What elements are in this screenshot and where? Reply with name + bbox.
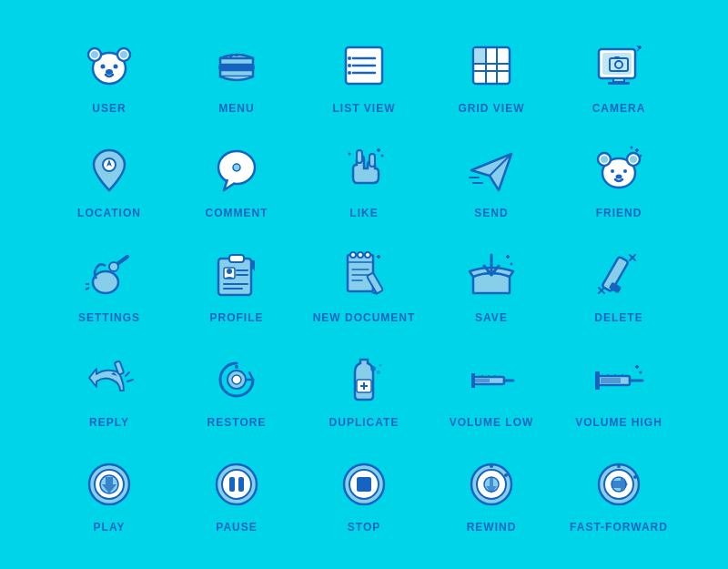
location-label: LOCATION [77,207,141,219]
profile-icon [207,245,267,304]
svg-point-64 [109,262,118,271]
friend-label: FRIEND [596,207,642,219]
comment-icon-item[interactable]: COMMENT [173,127,300,232]
user-label: USER [92,102,126,115]
svg-point-55 [611,169,614,173]
svg-line-97 [127,380,133,381]
svg-point-89 [511,262,513,265]
svg-point-147 [633,475,637,479]
duplicate-icon-item[interactable]: DUPLICATE [300,337,428,442]
svg-point-57 [616,174,622,178]
svg-point-105 [370,366,376,371]
restore-icon [207,350,267,409]
svg-point-61 [631,146,633,148]
svg-point-52 [601,156,608,163]
svg-point-143 [504,473,508,477]
svg-point-13 [235,55,238,56]
settings-icon [80,245,139,304]
svg-point-7 [106,69,113,75]
rewind-icon-item[interactable]: REWIND [428,442,555,546]
svg-point-133 [222,470,251,499]
menu-label: MENU [218,102,254,115]
svg-point-78 [358,252,363,258]
svg-point-2 [91,51,98,58]
restore-label: RESTORE [207,416,267,429]
friend-icon-item[interactable]: FRIEND [555,127,682,232]
svg-point-18 [348,56,351,60]
volume-high-icon [590,350,649,409]
svg-point-107 [379,363,382,366]
volume-high-label: VOLUME HIGH [575,416,662,429]
settings-icon-item[interactable]: SETTINGS [46,232,173,337]
svg-rect-138 [357,477,371,492]
duplicate-label: DUPLICATE [329,416,399,429]
svg-rect-134 [229,477,235,492]
delete-icon-item[interactable]: DELETE [555,232,682,337]
svg-point-40 [233,164,240,171]
like-icon-item[interactable]: LIKE [300,127,428,232]
play-icon-item[interactable]: PLAY [46,442,173,546]
svg-line-96 [126,372,129,376]
volume-low-icon-item[interactable]: VOLUME LOW [428,337,555,442]
icon-grid: USER MENU [36,14,692,555]
reply-icon [80,350,139,409]
new-document-icon-item[interactable]: NEW DOCUMENT [300,232,428,337]
new-document-icon [335,245,394,304]
pause-icon-item[interactable]: PAUSE [173,442,300,546]
stop-label: STOP [348,521,380,533]
menu-icon-item[interactable]: MENU [173,23,300,127]
restore-icon-item[interactable]: RESTORE [173,337,300,442]
send-icon [462,140,521,199]
svg-point-4 [120,51,127,58]
fast-forward-icon-item[interactable]: FAST-FORWARD [555,442,682,546]
play-icon [80,454,139,513]
svg-point-6 [114,64,118,68]
send-icon-item[interactable]: SEND [428,127,555,232]
svg-point-60 [640,154,642,157]
volume-low-icon [462,350,521,409]
svg-rect-111 [475,379,490,382]
grid-view-icon-item[interactable]: GRID VIEW [428,23,555,127]
save-icon-item[interactable]: SAVE [428,232,555,337]
list-view-icon-item[interactable]: LIST VIEW [300,23,428,127]
svg-rect-118 [595,372,600,389]
volume-high-icon-item[interactable]: VOLUME HIGH [555,337,682,442]
profile-icon-item[interactable]: PROFILE [173,232,300,337]
svg-point-5 [101,64,106,68]
grid-view-label: GRID VIEW [458,102,524,115]
stop-icon-item[interactable]: STOP [300,442,428,546]
camera-icon [590,36,649,95]
svg-point-45 [381,154,384,157]
svg-point-46 [349,152,351,155]
grid-view-icon [462,36,521,95]
rewind-label: REWIND [467,521,517,533]
svg-rect-10 [220,70,253,76]
location-icon-item[interactable]: LOCATION [46,127,173,232]
rewind-icon [462,454,521,513]
fast-forward-icon [590,454,649,513]
camera-label: CAMERA [592,102,646,115]
svg-point-62 [93,271,118,293]
settings-label: SETTINGS [78,311,140,324]
menu-icon [207,36,267,95]
reply-icon-item[interactable]: REPLY [46,337,173,442]
location-icon [80,140,139,199]
user-icon-item[interactable]: USER [46,23,173,127]
svg-rect-41 [357,150,362,163]
svg-point-56 [623,169,627,173]
pause-icon [207,454,267,513]
svg-point-148 [617,464,621,468]
svg-point-19 [348,64,351,67]
list-view-label: LIST VIEW [333,102,396,115]
list-view-icon [335,36,394,95]
svg-rect-31 [614,56,620,59]
svg-line-66 [86,288,89,290]
reply-label: REPLY [89,416,129,429]
svg-rect-32 [613,78,624,82]
svg-point-79 [365,252,370,258]
svg-point-106 [377,371,380,374]
camera-icon-item[interactable]: CAMERA [555,23,682,127]
send-label: SEND [474,207,508,219]
duplicate-icon [335,350,394,409]
save-icon [462,245,521,304]
